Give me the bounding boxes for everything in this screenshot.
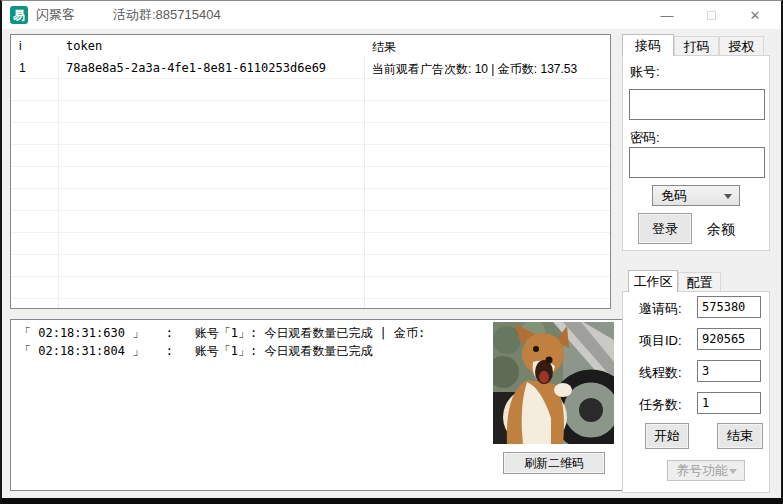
account-label: 账号: <box>630 63 660 81</box>
column-header-result: 结果 <box>364 35 610 57</box>
project-id-label: 项目ID: <box>639 332 682 350</box>
cell-index: 1 <box>11 57 58 79</box>
stop-button[interactable]: 结束 <box>717 423 763 449</box>
code-mode-value: 免码 <box>661 187 687 205</box>
column-header-token: token <box>58 35 364 57</box>
close-icon: ✕ <box>750 8 761 23</box>
code-mode-select[interactable]: 免码 <box>652 185 740 206</box>
chevron-down-icon <box>724 194 732 199</box>
cell-result: 当前观看广告次数: 10 | 金币数: 137.53 <box>364 57 610 79</box>
account-input[interactable] <box>629 89 765 120</box>
start-button[interactable]: 开始 <box>645 423 689 449</box>
table-header: i token 结果 <box>11 35 610 57</box>
invite-code-label: 邀请码: <box>639 300 682 318</box>
tab-dama[interactable]: 打码 <box>674 36 719 56</box>
chevron-down-icon <box>729 469 737 474</box>
minimize-button[interactable]: — <box>645 1 689 29</box>
maximize-icon <box>707 11 716 20</box>
nurture-function-value: 养号功能 <box>676 462 728 480</box>
column-header-i: i <box>11 35 58 57</box>
refresh-qrcode-button[interactable]: 刷新二维码 <box>503 452 605 474</box>
balance-label[interactable]: 余额 <box>707 221 735 239</box>
tab-jiema[interactable]: 接码 <box>622 34 674 56</box>
log-panel: 「 02:18:31:630 」 : 账号「1」: 今日观看数量已完成 | 金币… <box>10 319 624 491</box>
titlebar: 易 闪聚客 活动群:885715404 — ✕ <box>2 1 781 29</box>
app-window: 易 闪聚客 活动群:885715404 — ✕ i token 结果 1 78a… <box>0 0 783 504</box>
invite-code-input[interactable] <box>697 296 761 318</box>
thread-count-input[interactable] <box>697 360 761 382</box>
app-icon: 易 <box>10 6 28 24</box>
tab-workspace[interactable]: 工作区 <box>628 270 678 292</box>
corgi-photo <box>493 322 614 444</box>
task-count-input[interactable] <box>697 392 761 414</box>
window-controls: — ✕ <box>645 1 777 29</box>
project-id-input[interactable] <box>697 328 761 350</box>
task-count-label: 任务数: <box>639 396 682 414</box>
password-label: 密码: <box>630 129 660 147</box>
window-title: 闪聚客 <box>36 6 75 24</box>
minimize-icon: — <box>661 8 674 23</box>
thread-count-label: 线程数: <box>639 364 682 382</box>
activity-group-label: 活动群:885715404 <box>113 6 221 24</box>
password-input[interactable] <box>629 147 765 178</box>
table-empty-grid <box>11 57 610 308</box>
cell-token: 78a8e8a5-2a3a-4fe1-8e81-6110253d6e69 <box>58 57 364 79</box>
nurture-function-select[interactable]: 养号功能 <box>667 460 745 481</box>
maximize-button[interactable] <box>689 1 733 29</box>
close-button[interactable]: ✕ <box>733 1 777 29</box>
token-table[interactable]: i token 结果 1 78a8e8a5-2a3a-4fe1-8e81-611… <box>10 34 611 309</box>
tab-config[interactable]: 配置 <box>678 272 721 292</box>
tab-shouquan[interactable]: 授权 <box>719 36 764 56</box>
login-button[interactable]: 登录 <box>638 213 692 244</box>
table-row[interactable]: 1 78a8e8a5-2a3a-4fe1-8e81-6110253d6e69 当… <box>11 57 610 79</box>
